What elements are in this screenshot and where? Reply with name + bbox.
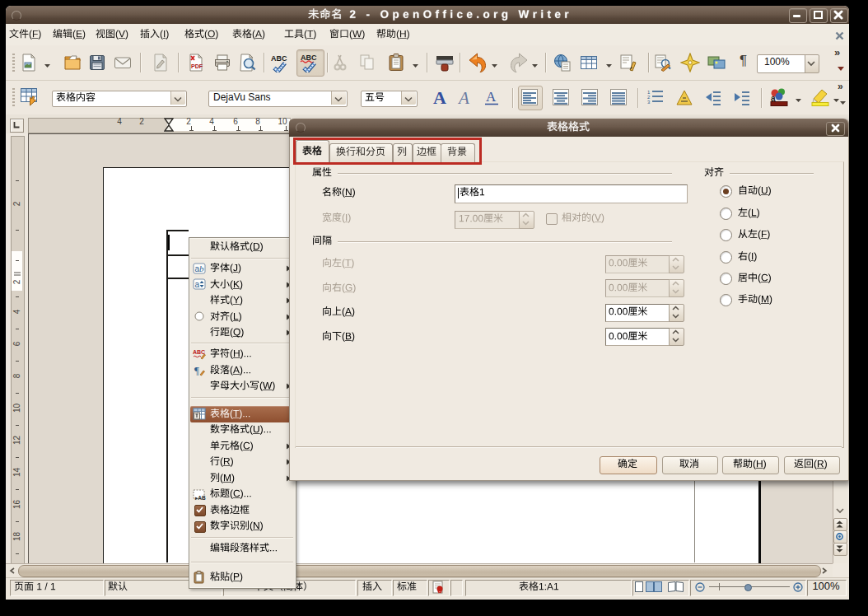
svg-text:a: a [195, 280, 200, 289]
svg-text:▸AB: ▸AB [194, 495, 206, 501]
svg-text:A: A [457, 88, 469, 107]
svg-text:ABC: ABC [193, 349, 205, 355]
svg-text:A: A [486, 89, 497, 105]
svg-text:ABC: ABC [271, 54, 287, 63]
svg-text:A: A [433, 87, 446, 107]
svg-text:b: b [199, 264, 204, 273]
svg-text:PDF: PDF [191, 63, 203, 69]
svg-text:¶: ¶ [194, 364, 199, 376]
svg-text:3: 3 [647, 100, 651, 105]
